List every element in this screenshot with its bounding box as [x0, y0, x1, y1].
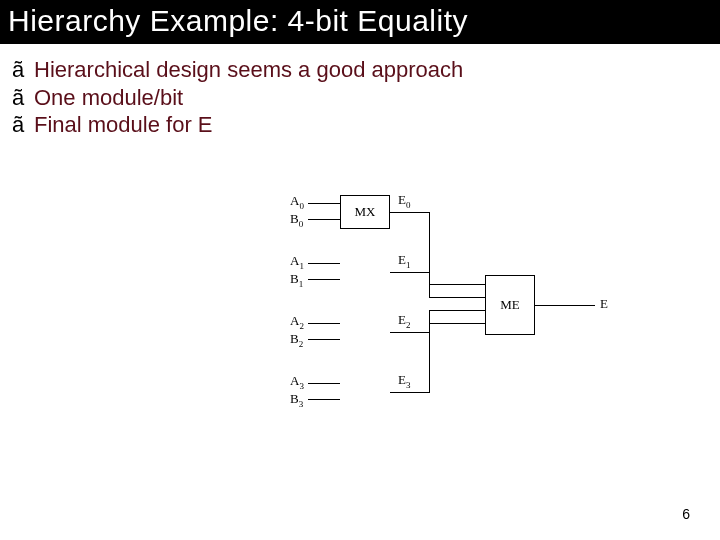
- mx-block-3: MX: [340, 195, 390, 229]
- input-label-b0: B0: [290, 211, 303, 229]
- input-label-a2: A2: [290, 313, 304, 331]
- bullet-mark: ã: [12, 56, 34, 84]
- bullet-text: Hierarchical design seems a good approac…: [34, 56, 463, 84]
- bullet-item: ã Final module for E: [12, 111, 700, 139]
- input-label-b2: B2: [290, 331, 303, 349]
- mid-label-e2: E2: [398, 312, 410, 330]
- bullet-text: One module/bit: [34, 84, 183, 112]
- input-label-a1: A1: [290, 253, 304, 271]
- output-label-e: E: [600, 296, 608, 312]
- page-number: 6: [682, 506, 690, 522]
- slide-content: ã Hierarchical design seems a good appro…: [0, 44, 720, 139]
- mid-label-e1: E1: [398, 252, 410, 270]
- bullet-mark: ã: [12, 111, 34, 139]
- bullet-item: ã Hierarchical design seems a good appro…: [12, 56, 700, 84]
- input-label-b1: B1: [290, 271, 303, 289]
- input-label-a3: A3: [290, 373, 304, 391]
- bullet-mark: ã: [12, 84, 34, 112]
- mid-label-e0: E0: [398, 192, 410, 210]
- bullet-item: ã One module/bit: [12, 84, 700, 112]
- slide-title: Hierarchy Example: 4-bit Equality: [0, 0, 720, 44]
- input-label-a0: A0: [290, 193, 304, 211]
- circuit-diagram: A0 B0 MX E0 A1 B1 MX E1 A2 B2 MX E2 A3 B…: [290, 195, 650, 455]
- bullet-text: Final module for E: [34, 111, 213, 139]
- me-block: ME: [485, 275, 535, 335]
- input-label-b3: B3: [290, 391, 303, 409]
- mid-label-e3: E3: [398, 372, 410, 390]
